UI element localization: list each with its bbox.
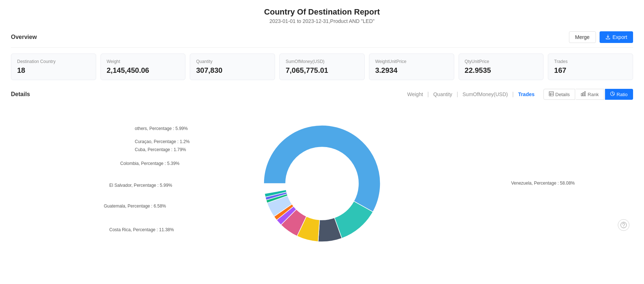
svg-point-9 [623,226,624,227]
stat-card: Weight 2,145,450.06 [101,54,186,80]
chart-label: Guatemala, Percentage : 6.58% [104,204,166,209]
divider-1 [11,47,633,48]
stat-value: 307,830 [196,66,269,75]
chart-label: Curaçao, Percentage : 1.2% [135,139,190,144]
filter-sep: | [457,91,458,98]
stat-label: Destination Country [17,59,90,64]
export-icon [605,35,610,40]
stat-value: 2,145,450.06 [107,66,180,75]
stat-card: SumOfMoney(USD) 7,065,775.01 [279,54,365,80]
view-tab-label: Rank [588,92,598,97]
stat-label: Trades [554,59,627,64]
stat-label: SumOfMoney(USD) [286,59,358,64]
chart-area: others, Percentage : 5.99%Curaçao, Perce… [11,107,633,260]
filter-tab-weight[interactable]: Weight [404,90,426,99]
filter-tab-sumofmoney-usd-[interactable]: SumOfMoney(USD) [460,90,511,99]
filter-tab-trades[interactable]: Trades [515,90,537,99]
filter-tab-quantity[interactable]: Quantity [430,90,455,99]
chart-label: Colombia, Percentage : 5.39% [120,161,180,166]
svg-rect-4 [581,94,582,96]
svg-rect-5 [583,92,584,96]
stat-label: Quantity [196,59,269,64]
view-tab-label: Details [555,92,570,97]
view-tab-details[interactable]: Details [543,89,576,100]
chart-label: others, Percentage : 5.99% [135,126,188,131]
toolbar-buttons: Merge Export [569,31,633,43]
view-tab-rank[interactable]: Rank [576,89,604,100]
stat-value: 3.2934 [375,66,448,75]
chart-label: El Salvador, Percentage : 5.99% [109,183,172,188]
support-icon[interactable] [618,219,629,231]
export-button[interactable]: Export [600,31,633,43]
donut-hole [286,147,358,220]
stat-card: Quantity 307,830 [190,54,275,80]
stat-card: Trades 167 [548,54,633,80]
table-icon [549,91,554,97]
stat-label: QtyUnitPrice [465,59,538,64]
report-subtitle: 2023-01-01 to 2023-12-31,Product AND "LE… [11,18,633,24]
stat-card: WeightUnitPrice 3.2934 [369,54,454,80]
pie-icon [610,91,615,97]
svg-rect-6 [585,92,586,96]
filter-sep: | [512,91,514,98]
stat-card: Destination Country 18 [11,54,96,80]
rank-icon [581,91,586,97]
chart-label: Cuba, Percentage : 1.79% [135,147,186,152]
report-title: Country Of Destination Report [11,7,633,17]
venezuela-label: Venezuela, Percentage : 58.08% [511,181,575,186]
details-label: Details [11,91,30,98]
stat-value: 167 [554,66,627,75]
svg-rect-0 [549,92,553,96]
overview-section-bar: Overview Merge Export [11,31,633,43]
stat-label: WeightUnitPrice [375,59,448,64]
overview-label: Overview [11,34,37,40]
donut-chart [253,114,391,253]
view-tab-label: Ratio [617,92,628,97]
chart-label: Costa Rica, Percentage : 11.38% [109,227,174,232]
merge-button[interactable]: Merge [569,31,596,43]
report-header: Country Of Destination Report 2023-01-01… [11,7,633,24]
filter-sep: | [427,91,429,98]
view-tab-ratio[interactable]: Ratio [605,89,633,100]
view-tabs: DetailsRankRatio [543,89,633,100]
details-section-bar: Details Weight|Quantity|SumOfMoney(USD)|… [11,89,633,100]
stat-value: 7,065,775.01 [286,66,358,75]
stat-value: 18 [17,66,90,75]
stats-row: Destination Country 18 Weight 2,145,450.… [11,54,633,80]
stat-value: 22.9535 [465,66,538,75]
stat-label: Weight [107,59,180,64]
stat-card: QtyUnitPrice 22.9535 [459,54,544,80]
filter-tabs: Weight|Quantity|SumOfMoney(USD)|Trades [404,90,538,99]
